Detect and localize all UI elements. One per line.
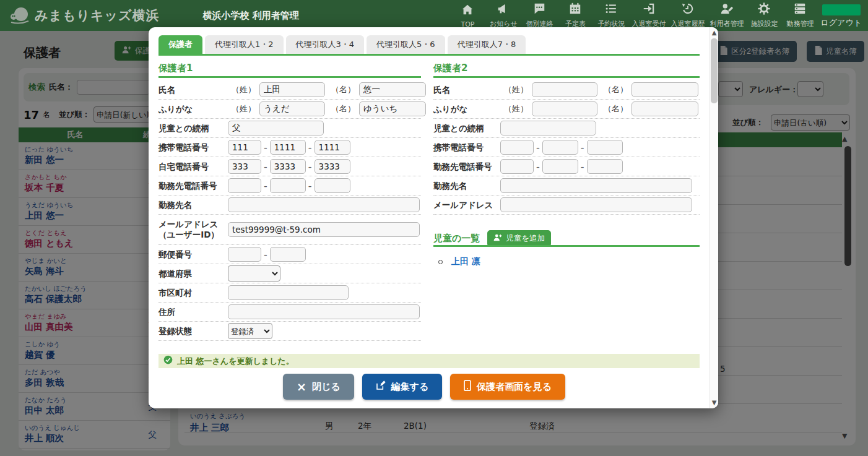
guardian2-email-input[interactable] <box>500 197 692 212</box>
guardian1-work-phone-part2-input[interactable] <box>270 178 306 193</box>
nav-item-TOP[interactable]: TOP <box>449 1 485 31</box>
guardian2-work-phone-part1-input[interactable] <box>500 159 534 174</box>
guardian2-mobile-phone-part2-input[interactable] <box>542 140 578 155</box>
guardian2-workplace-input[interactable] <box>500 178 692 193</box>
field-label: 勤務先電話番号 <box>158 181 228 191</box>
dash-separator: - <box>536 142 540 153</box>
guardian1-home-phone-part1-input[interactable] <box>228 159 261 174</box>
guardian1-furigana-mei-input[interactable] <box>359 101 426 116</box>
guardian2-furigana-mei-input[interactable] <box>631 101 698 116</box>
tab-代理引取人5・6[interactable]: 代理引取人5・6 <box>367 35 445 54</box>
app-logo[interactable]: みまもりキッズ横浜 <box>9 6 159 25</box>
guardian2-name-mei-input[interactable] <box>631 82 698 97</box>
field-label: ふりがな <box>433 104 500 114</box>
guardian1-name-mei-input[interactable] <box>359 82 426 97</box>
field-label: 勤務先電話番号 <box>433 161 500 172</box>
guardian1-city-input[interactable] <box>228 285 349 300</box>
children-list-heading: 児童の一覧 <box>433 233 480 244</box>
field-label: 市区町村 <box>158 288 228 298</box>
home-icon <box>461 3 474 19</box>
form-row-work-phone: 勤務先電話番号-- <box>433 157 700 176</box>
guardian1-postal-code-part2-input[interactable] <box>270 247 306 262</box>
dash-separator: - <box>264 180 267 192</box>
form-row-relation: 児童との続柄 <box>433 119 700 138</box>
scroll-down-arrow[interactable]: ▼ <box>710 399 718 406</box>
mei-label: （名） <box>331 103 355 114</box>
nav-item-個別連絡[interactable]: 個別連絡 <box>521 0 557 31</box>
guardian1-workplace-input[interactable] <box>228 197 420 212</box>
top-navbar: みまもりキッズ横浜 横浜小学校 利用者管理 TOPお知らせ個別連絡予定表予約状況… <box>0 0 868 31</box>
guardian2-work-phone-part2-input[interactable] <box>542 159 578 174</box>
sei-label: （姓） <box>232 84 256 95</box>
guardian1-work-phone-part1-input[interactable] <box>228 178 261 193</box>
guardian1-mobile-phone-part3-input[interactable] <box>315 140 350 155</box>
guardian2-relation-input[interactable] <box>500 121 596 136</box>
guardian1-email-input[interactable] <box>228 222 420 237</box>
guardian1-home-phone-part2-input[interactable] <box>270 159 306 174</box>
guardian1-mobile-phone-part2-input[interactable] <box>270 140 306 155</box>
list-bullet-icon <box>438 260 443 264</box>
nav-item-お知らせ[interactable]: お知らせ <box>485 0 521 31</box>
add-child-button[interactable]: 児童を追加 <box>487 230 551 247</box>
dash-separator: - <box>581 142 584 153</box>
field-label: 児童との続柄 <box>433 123 500 134</box>
office-icon <box>793 2 807 18</box>
guardian1-work-phone-part3-input[interactable] <box>315 178 350 193</box>
guardian1-registration-status-select[interactable]: 登録済 <box>228 323 272 339</box>
field-label: 携帯電話番号 <box>433 142 500 153</box>
view-guardian-screen-button[interactable]: 保護者画面を見る <box>450 374 565 400</box>
guardian1-furigana-sei-input[interactable] <box>259 101 325 116</box>
guardian2-furigana-sei-input[interactable] <box>532 101 597 116</box>
guardian1-prefecture-select[interactable] <box>228 265 280 282</box>
guardian1-address-input[interactable] <box>228 304 420 319</box>
dash-separator: - <box>264 161 267 173</box>
guardian1-name-sei-input[interactable] <box>259 82 325 97</box>
guardian1-relation-input[interactable] <box>228 121 324 136</box>
tab-代理引取人7・8[interactable]: 代理引取人7・8 <box>448 35 526 54</box>
field-label: 氏名 <box>158 85 228 95</box>
guardian1-home-phone-part3-input[interactable] <box>315 159 350 174</box>
modal-scrollbar[interactable]: ▲ ▼ <box>709 27 718 408</box>
guardian1-mobile-phone-part1-input[interactable] <box>228 140 261 155</box>
mei-label: （名） <box>604 103 628 114</box>
child-list-item[interactable]: 上田 凛 <box>438 256 480 267</box>
tab-保護者[interactable]: 保護者 <box>158 35 202 54</box>
section-divider <box>158 76 421 78</box>
form-row-city: 市区町村 <box>158 283 421 303</box>
scrollbar-thumb[interactable] <box>711 38 718 103</box>
dash-separator: - <box>536 161 540 173</box>
nav-item-予約状況[interactable]: 予約状況 <box>593 0 629 31</box>
form-row-furigana: ふりがな（姓）（名） <box>433 100 700 119</box>
logout-badge-icon <box>822 4 861 15</box>
form-row-name: 氏名（姓）（名） <box>433 80 700 100</box>
nav-item-勤務管理[interactable]: 勤務管理 <box>782 0 818 31</box>
guardian1-postal-code-part1-input[interactable] <box>228 247 261 262</box>
guardian2-work-phone-part3-input[interactable] <box>587 159 623 174</box>
guardian1-heading: 保護者1 <box>158 62 193 74</box>
logout-button[interactable]: ログアウト <box>818 2 864 31</box>
nav-item-入退室履歴[interactable]: 入退室履歴 <box>668 0 707 31</box>
guardian2-mobile-phone-part3-input[interactable] <box>587 140 623 155</box>
nav-item-施設設定[interactable]: 施設設定 <box>746 0 782 31</box>
nav-item-入退室受付[interactable]: 入退室受付 <box>629 0 668 31</box>
guardian2-name-sei-input[interactable] <box>532 82 597 97</box>
tab-代理引取人1・2[interactable]: 代理引取人1・2 <box>205 35 284 54</box>
enter-icon <box>642 2 656 18</box>
edit-button[interactable]: 編集する <box>362 374 443 400</box>
form-row-relation: 児童との続柄 <box>158 119 421 138</box>
nav-item-予定表[interactable]: 予定表 <box>557 0 593 31</box>
nav-item-利用者管理[interactable]: 利用者管理 <box>707 0 746 31</box>
scroll-up-arrow[interactable]: ▲ <box>710 29 718 36</box>
child-link[interactable]: 上田 凛 <box>451 256 480 267</box>
guardian2-mobile-phone-part1-input[interactable] <box>500 140 534 155</box>
person-plus-icon <box>493 233 502 244</box>
dash-separator: - <box>581 161 584 173</box>
form-row-email: メールアドレス（ユーザーID） <box>158 215 421 245</box>
form-row-mobile-phone: 携帯電話番号-- <box>433 138 700 157</box>
tab-代理引取人3・4[interactable]: 代理引取人3・4 <box>286 35 365 54</box>
check-circle-icon <box>163 355 173 367</box>
section-divider <box>433 76 700 78</box>
form-row-email: メールアドレス <box>433 196 700 215</box>
field-label: 勤務先名 <box>158 200 228 210</box>
close-button[interactable]: × 閉じる <box>283 374 354 400</box>
